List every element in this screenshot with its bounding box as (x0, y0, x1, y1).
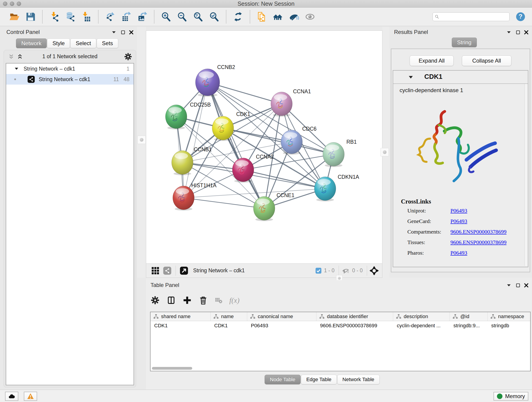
column-header-name[interactable]: name (210, 312, 247, 321)
network-node-cdc6[interactable]: CDC6 (281, 126, 317, 155)
table-cell: 9606.ENSP00000378699 (317, 321, 393, 330)
tab-select[interactable]: Select (70, 38, 96, 48)
network-options-gear-icon[interactable] (124, 52, 132, 61)
crosslink-link[interactable]: 9606.ENSP00000378699 (450, 239, 507, 245)
open-folder-icon[interactable] (9, 12, 19, 22)
hidden-eye-slash-icon[interactable] (341, 267, 350, 274)
table-toolbar: f(x) (151, 292, 239, 309)
collapse-section-triangle-icon[interactable] (408, 74, 414, 80)
search-box[interactable] (433, 12, 510, 21)
tab-network[interactable]: Network (16, 38, 47, 48)
hide-selected-icon[interactable] (289, 12, 299, 22)
column-header-shared-name[interactable]: shared name (151, 312, 210, 321)
help-icon[interactable]: ? (515, 12, 526, 22)
zoom-out-icon[interactable] (177, 12, 187, 22)
zoom-selected-icon[interactable] (209, 12, 219, 22)
import-table-icon[interactable] (81, 12, 91, 22)
close-panel-icon[interactable] (523, 29, 529, 35)
export-network-icon[interactable] (105, 12, 115, 22)
left-splitter[interactable] (137, 27, 146, 278)
tab-style[interactable]: Style (47, 38, 70, 48)
table-options-gear-icon[interactable] (151, 296, 160, 305)
refresh-icon[interactable] (233, 12, 243, 22)
results-scrollbar[interactable] (525, 84, 527, 266)
scrollbar-thumb[interactable] (152, 367, 192, 370)
network-node-ccnb1[interactable]: CCNB1 (172, 147, 212, 175)
create-column-icon[interactable] (183, 296, 192, 305)
node-table-rows: CDK1CDK1P064939606.ENSP00000378699cyclin… (151, 321, 530, 330)
network-node-cdc25b[interactable]: CDC25B (165, 102, 211, 129)
network-node-ccnb2[interactable]: CCNB2 (196, 64, 235, 96)
zoom-fit-icon[interactable] (193, 12, 203, 22)
detach-view-icon[interactable] (180, 266, 188, 275)
crosslink-row: Tissues:9606.ENSP00000378699 (393, 239, 528, 250)
table-row[interactable]: CDK1CDK1P064939606.ENSP00000378699cyclin… (151, 321, 530, 330)
crosslink-row: Compartments:9606.ENSP00000378699 (393, 229, 528, 239)
expand-all-button[interactable]: Expand All (410, 56, 454, 66)
delete-column-icon[interactable] (199, 296, 208, 305)
cloud-status-button[interactable] (5, 392, 18, 401)
right-splitter[interactable] (382, 27, 389, 278)
hidden-count: 0 - 0 (352, 268, 363, 274)
column-header-database-identifier[interactable]: database identifier (317, 312, 393, 321)
float-panel-icon[interactable] (515, 29, 521, 35)
table-cell: CDK1 (151, 321, 210, 330)
float-panel-icon[interactable] (515, 282, 521, 288)
crosslink-link[interactable]: 9606.ENSP00000378699 (450, 229, 507, 235)
collapse-panel-icon[interactable] (506, 282, 512, 288)
svg-text:?: ? (519, 13, 523, 20)
table-cell: CDK1 (210, 321, 247, 330)
column-header--id[interactable]: @id (450, 312, 488, 321)
close-panel-icon[interactable] (128, 29, 134, 35)
network-node-hist1h1a[interactable]: HIST1H1A (173, 182, 217, 211)
crosslink-link[interactable]: P06493 (450, 208, 467, 214)
show-all-icon[interactable] (305, 12, 315, 22)
network-node-rb1[interactable]: RB1 (323, 139, 357, 167)
network-node-ccne1[interactable]: CCNE1 (253, 192, 294, 221)
show-columns-icon[interactable] (167, 296, 176, 305)
clone-network-icon[interactable] (257, 12, 267, 22)
import-network-icon[interactable] (49, 12, 59, 22)
column-header-canonical-name[interactable]: canonical name (247, 312, 317, 321)
tab-sets[interactable]: Sets (97, 38, 118, 48)
network-canvas[interactable]: CCNB2CCNA1CDC25BCDK1CDC6RB1CCNB1CCNA2CDK… (146, 31, 382, 278)
network-tree-row[interactable]: String Network – cdk11148 (6, 74, 133, 85)
tab-network-table[interactable]: Network Table (337, 375, 380, 384)
network-tree-row[interactable]: String Network – cdk11 (6, 64, 133, 74)
network-graph[interactable]: CCNB2CCNA1CDC25BCDK1CDC6RB1CCNB1CCNA2CDK… (146, 31, 382, 264)
right-splitter-grip[interactable] (380, 148, 389, 156)
column-label: database identifier (327, 313, 368, 319)
collapse-panel-icon[interactable] (506, 29, 512, 35)
search-input[interactable] (441, 13, 507, 20)
crosslink-link[interactable]: P06493 (450, 250, 467, 256)
warnings-button[interactable] (24, 392, 37, 401)
grid-view-icon[interactable] (151, 266, 160, 275)
tree-expander-triangle-icon[interactable] (14, 66, 19, 71)
export-table-icon[interactable] (121, 12, 131, 22)
tab-node-table[interactable]: Node Table (265, 375, 301, 384)
close-panel-icon[interactable] (523, 282, 529, 288)
export-image-icon[interactable] (137, 12, 147, 22)
results-tab-string[interactable]: String (452, 38, 477, 47)
network-badge-gray-icon[interactable] (163, 266, 172, 275)
collapse-all-button[interactable]: Collapse All (462, 56, 511, 66)
float-panel-icon[interactable] (120, 29, 126, 35)
table-horizontal-scrollbar[interactable] (152, 367, 529, 370)
left-splitter-grip[interactable] (138, 136, 146, 144)
network-node-cdkn1a[interactable]: CDKN1A (314, 174, 359, 201)
crosslink-link[interactable]: P06493 (450, 218, 467, 224)
memory-button[interactable]: Memory (494, 392, 528, 401)
selected-checkbox-icon[interactable] (315, 267, 322, 274)
save-icon[interactable] (25, 12, 36, 22)
column-header-namespace[interactable]: namespace (488, 312, 531, 321)
birdseye-crosshair-icon[interactable] (369, 266, 379, 275)
tab-edge-table[interactable]: Edge Table (301, 375, 337, 384)
search-icon (435, 14, 439, 20)
collapse-panel-icon[interactable] (111, 29, 117, 35)
cdk1-section-header[interactable]: CDK1 (393, 70, 528, 84)
home-icon[interactable] (273, 12, 283, 22)
column-header-description[interactable]: description (393, 312, 450, 321)
import-database-icon[interactable] (65, 12, 75, 22)
zoom-in-icon[interactable] (161, 12, 171, 22)
bottom-splitter[interactable] (146, 278, 532, 280)
